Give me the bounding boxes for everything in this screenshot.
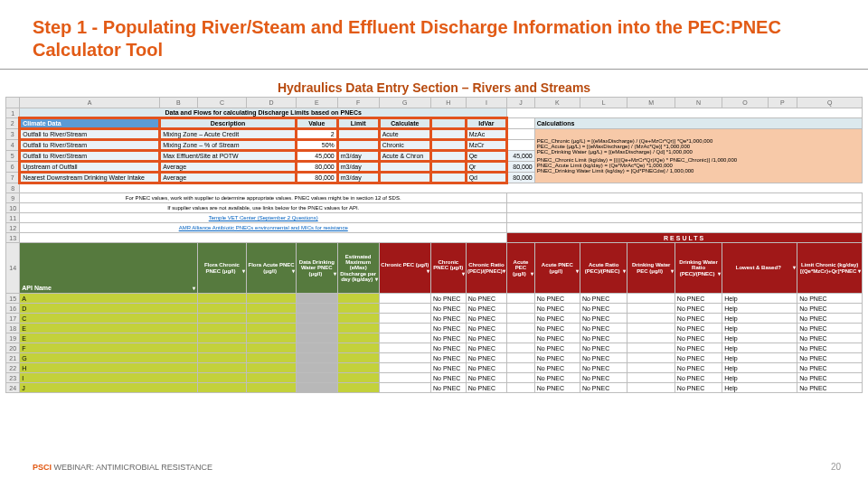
page-number: 20 [831, 462, 841, 472]
spreadsheet: A B C D E F G H I J K L M N O P Q 1Data … [5, 97, 863, 393]
table-row: 22 H No PNECNo PNEC No PNECNo PNEC No PN… [6, 363, 863, 373]
divider [0, 69, 868, 70]
table-row: 15 A No PNECNo PNEC No PNECNo PNEC No PN… [6, 294, 863, 304]
table-row: 20 F No PNECNo PNEC No PNECNo PNEC No PN… [6, 343, 863, 353]
result-headers: 14 API Name Flora Chronic PNEC (μg/l) Fl… [6, 243, 863, 294]
climate-header: Climate Data [20, 118, 160, 129]
link-amr[interactable]: AMR Alliance Antibiotic PNECs environmen… [179, 225, 348, 230]
mixingzone-pct[interactable]: 50% [296, 140, 337, 151]
table-row: 16 D No PNECNo PNEC No PNECNo PNEC No PN… [6, 304, 863, 314]
col-headers: A B C D E F G H I J K L M N O P Q [6, 98, 863, 108]
upstream-avg[interactable]: 80,000 [296, 162, 337, 173]
table-row: 19 E No PNECNo PNEC No PNECNo PNEC No PN… [6, 333, 863, 343]
section-header: Data and Flows for calculating Discharge… [20, 108, 507, 118]
table-row: 23 I No PNECNo PNEC No PNECNo PNEC No PN… [6, 373, 863, 383]
downstream-avg[interactable]: 80,000 [296, 173, 337, 183]
table-row: 18 E No PNECNo PNEC No PNECNo PNEC No PN… [6, 324, 863, 333]
results-header: RESULTS [507, 233, 863, 243]
api-name-header[interactable]: API Name [20, 243, 197, 294]
subtitle: Hydraulics Data Entry Section – Rivers a… [0, 77, 868, 97]
top-table: A B C D E F G H I J K L M N O P Q 1Data … [5, 97, 863, 393]
calc-box: PEC_Chronic (μg/L) = [(eMaxDischarge) / … [534, 129, 862, 183]
corner [6, 98, 20, 108]
link-temple[interactable]: Temple VET Center (September 2 Questions… [209, 215, 318, 221]
table-row: 24 J No PNECNo PNEC No PNECNo PNEC No PN… [6, 383, 863, 393]
slide-title: Step 1 - Populating River/Steam and Effl… [0, 0, 868, 67]
max-effluent[interactable]: 45,000 [296, 151, 337, 162]
footer: PSCI WEBINAR: ANTIMICROBIAL RESISTANCE [33, 463, 212, 472]
calc-header: Calculations [534, 118, 862, 129]
mixingzone-acute[interactable]: 2 [296, 129, 337, 140]
table-row: 17 C No PNECNo PNEC No PNECNo PNEC No PN… [6, 314, 863, 324]
table-row: 21 G No PNECNo PNEC No PNECNo PNEC No PN… [6, 353, 863, 363]
